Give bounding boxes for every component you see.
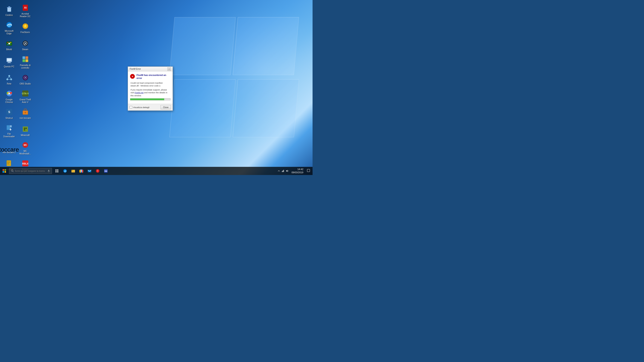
details-checkbox-area[interactable]: Visualizza dettagli xyxy=(130,106,150,108)
svg-point-14 xyxy=(10,42,11,43)
svg-rect-53 xyxy=(26,128,26,129)
nativelog-icon xyxy=(5,159,13,167)
error-icon: × xyxy=(130,74,135,79)
svg-rect-104 xyxy=(283,170,284,172)
steam-icon xyxy=(21,39,30,47)
svg-rect-49 xyxy=(10,125,12,127)
progress-bar-container xyxy=(130,98,170,100)
antivirus-taskbar-button[interactable]: ! xyxy=(94,167,102,175)
edge-taskbar-button[interactable] xyxy=(61,167,69,175)
mail-taskbar-button[interactable] xyxy=(86,167,94,175)
start-button[interactable] xyxy=(0,167,8,175)
chrome-taskbar-button[interactable] xyxy=(78,167,85,175)
desktop-icon-non-toccare[interactable]: non toccare xyxy=(17,105,33,122)
svg-rect-97 xyxy=(88,170,91,172)
desktop-icon-rete[interactable]: Rete xyxy=(1,71,17,88)
desktop-icon-shotcut[interactable]: S Shotcut xyxy=(1,105,17,122)
fivem-taskbar-icon: 5M xyxy=(104,169,108,173)
notification-center-button[interactable] xyxy=(306,169,311,173)
desktop-icon-cestino[interactable]: Cestino xyxy=(1,2,17,19)
desktop-icon-firestorm[interactable]: 🌟 FireStorm xyxy=(17,19,33,36)
desktop-icon-biliotti[interactable]: Biliotti xyxy=(1,36,17,54)
svg-point-37 xyxy=(25,77,26,78)
acrobat-icon: Ai xyxy=(21,4,30,12)
win-pane-br xyxy=(233,79,299,137)
svg-point-16 xyxy=(10,44,11,45)
desktop-icon-mc-mod[interactable]: MC MCModInstall... xyxy=(17,139,33,157)
svg-rect-80 xyxy=(4,171,6,173)
svg-rect-24 xyxy=(22,56,25,59)
icon-row-2: Biliotti Steam xyxy=(1,36,33,54)
svg-text:🌟: 🌟 xyxy=(23,24,28,28)
svg-text:S: S xyxy=(8,110,10,114)
edge-taskbar-icon xyxy=(63,169,67,173)
gtav-label: Grand TheftAuto V xyxy=(20,98,31,104)
svg-text:5M: 5M xyxy=(104,170,107,172)
chevron-up-icon[interactable] xyxy=(278,170,280,172)
svg-rect-78 xyxy=(4,169,6,171)
notification-icon xyxy=(307,169,310,172)
taskbar-search[interactable] xyxy=(9,168,52,174)
fivem-taskbar-button[interactable]: 5M xyxy=(102,167,110,175)
taskbar-right: 14:42 09/03/2019 xyxy=(278,168,312,174)
svg-point-12 xyxy=(8,43,10,44)
questo-pc-label: Questo PC xyxy=(4,65,14,68)
non-toccare2-icon: nontoccare xyxy=(5,142,13,150)
icon-row-0: Cestino Ai AcrobatReader DC xyxy=(1,2,33,19)
desktop-icon-pannello[interactable]: Pannello dicontrollo xyxy=(17,54,33,71)
taskbar-search-input[interactable] xyxy=(15,170,45,172)
roblox-icon: RBLX xyxy=(21,159,30,167)
minecraft-icon xyxy=(21,125,30,133)
svg-point-41 xyxy=(8,93,10,94)
dialog-main-title: FiveM has encountered an error xyxy=(136,73,170,80)
desktop-icon-obs[interactable]: OBS Studio xyxy=(17,71,33,88)
svg-rect-63 xyxy=(7,162,10,163)
desktop-icon-minecraft[interactable]: Minecraft xyxy=(17,122,33,139)
icon-row-1: MicrosoftEdge 🌟 FireStorm xyxy=(1,19,33,36)
desktop-icon-questo-pc[interactable]: Questo PC xyxy=(1,54,17,71)
network-icon xyxy=(282,169,284,172)
svg-rect-103 xyxy=(282,170,283,172)
fivem-net-link[interactable]: FiveM.net xyxy=(134,91,144,94)
obs-label: OBS Studio xyxy=(20,82,31,85)
svg-rect-88 xyxy=(57,171,58,172)
non-toccare2-label: non toccare 2 xyxy=(2,151,16,154)
cestino-icon xyxy=(5,5,13,13)
obs-icon xyxy=(21,73,30,82)
svg-rect-54 xyxy=(24,129,25,130)
taskbar-time: 14:42 xyxy=(292,168,303,171)
desktop-icon-chrome[interactable]: GoogleChrome xyxy=(1,88,17,105)
desktop-icon-acrobat[interactable]: Ai AcrobatReader DC xyxy=(17,2,33,19)
svg-rect-79 xyxy=(2,171,4,173)
systray xyxy=(278,169,289,172)
desktop-icon-edge[interactable]: MicrosoftEdge xyxy=(1,19,17,36)
details-checkbox[interactable] xyxy=(130,106,132,108)
dialog-body-line2: If you require immediate support, please… xyxy=(130,88,170,97)
svg-point-19 xyxy=(25,43,26,44)
svg-rect-93 xyxy=(72,172,74,172)
icon-row-6: S Shotcut non toccare xyxy=(1,105,33,122)
explorer-taskbar-icon xyxy=(71,169,75,173)
dialog-close-titlebar-button[interactable]: × xyxy=(168,67,171,71)
icon-row-4: Rete OBS Studio xyxy=(1,71,33,88)
svg-point-13 xyxy=(7,42,8,43)
rete-label: Rete xyxy=(7,82,12,85)
dialog-close-button[interactable]: Close xyxy=(160,105,171,109)
mc-mod-label: MCModInstall... xyxy=(20,150,31,155)
chrome-taskbar-icon xyxy=(80,169,83,173)
gtav-icon: GTA V xyxy=(21,89,30,98)
mail-taskbar-icon xyxy=(88,169,92,173)
desktop-icon-gtav[interactable]: GTA V Grand TheftAuto V xyxy=(17,88,33,105)
svg-text:!: ! xyxy=(97,170,98,172)
taskbar-clock[interactable]: 14:42 09/03/2019 xyxy=(290,168,305,174)
fivem-error-dialog: FiveM Error × × FiveM has encountered an… xyxy=(128,66,173,111)
explorer-taskbar-button[interactable] xyxy=(69,167,77,175)
cestino-label: Cestino xyxy=(6,14,13,16)
task-view-button[interactable] xyxy=(53,167,61,175)
icon-row-8: nontoccare non toccare 2 MC MCModInstall… xyxy=(1,139,33,157)
minecraft-label: Minecraft xyxy=(21,134,30,137)
desktop-icon-non-toccare2[interactable]: nontoccare non toccare 2 xyxy=(1,139,17,157)
desktop-icon-file-dl[interactable]: FileDownloader xyxy=(1,122,17,139)
svg-rect-87 xyxy=(56,171,57,172)
desktop-icon-steam[interactable]: Steam xyxy=(17,36,33,54)
